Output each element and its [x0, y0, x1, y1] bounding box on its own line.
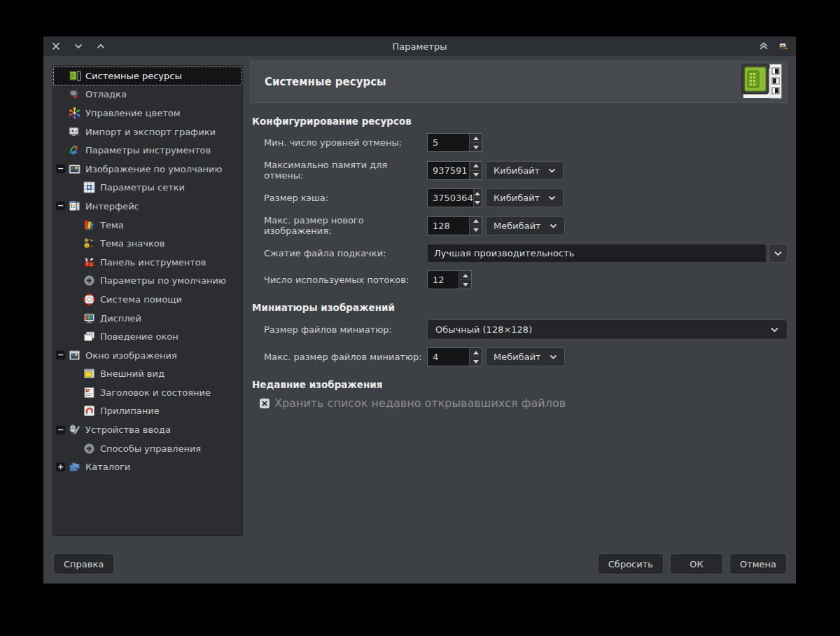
- field-max-new-image-size: Макс. размер нового изображения: 128 Меб…: [264, 215, 788, 236]
- sidebar-item-label: Панель инструментов: [100, 257, 206, 268]
- sidebar-item-label: Устройства ввода: [85, 424, 171, 435]
- spin-value[interactable]: 5: [428, 134, 469, 151]
- sidebar-item-image-window[interactable]: −Окно изображения: [53, 346, 242, 365]
- chevron-down-icon: [770, 327, 779, 333]
- field-keep-recent-list: Хранить список недавно открывавшихся фай…: [260, 396, 788, 410]
- sidebar-item-label: Параметры по умолчанию: [100, 275, 226, 286]
- spin-down-icon[interactable]: [470, 226, 482, 235]
- spin-down-icon[interactable]: [459, 279, 471, 289]
- controllers-icon: [83, 442, 95, 455]
- spin-up-icon[interactable]: [470, 134, 482, 142]
- spin-up-icon[interactable]: [470, 348, 482, 357]
- checkbox-label: Хранить список недавно открывавшихся фай…: [274, 396, 566, 410]
- swap-compression-combobox[interactable]: Лучшая производительность: [427, 244, 766, 263]
- sidebar-item-toolbox[interactable]: Панель инструментов: [53, 253, 242, 272]
- sidebar-item-label: Тема значков: [100, 238, 164, 249]
- spin-down-icon[interactable]: [470, 170, 482, 179]
- cache-size-unit-dropdown[interactable]: Кибибайт: [486, 188, 564, 207]
- appearance-icon: [83, 368, 95, 380]
- unmaximize-icon[interactable]: [73, 41, 84, 52]
- sidebar-item-dialog-defaults[interactable]: Параметры по умолчанию: [53, 272, 242, 291]
- max-new-image-spinbutton[interactable]: 128: [427, 216, 482, 235]
- spin-down-icon[interactable]: [470, 357, 482, 366]
- cache-size-spinbutton[interactable]: 3750364: [427, 188, 482, 207]
- spin-value[interactable]: 4: [428, 348, 469, 366]
- swap-compression-dropdown-button[interactable]: [769, 244, 788, 263]
- max-undo-memory-spinbutton[interactable]: 937591: [427, 161, 482, 180]
- sidebar-item-image-import-export[interactable]: Импорт и экспорт графики: [53, 123, 242, 141]
- sidebar-item-color-management[interactable]: Управление цветом: [53, 104, 242, 123]
- spin-up-icon[interactable]: [470, 217, 482, 226]
- sidebar-item-tool-options[interactable]: Параметры инструментов: [53, 141, 242, 160]
- sidebar-item-interface[interactable]: −Интерфейс: [53, 197, 242, 216]
- spin-up-icon[interactable]: [470, 162, 482, 170]
- cancel-button[interactable]: Отмена: [729, 553, 787, 574]
- page-header: Системные ресурсы: [250, 61, 788, 103]
- spin-value[interactable]: 3750364: [428, 189, 473, 207]
- close-icon[interactable]: [50, 41, 62, 52]
- spin-value[interactable]: 128: [428, 217, 469, 235]
- sidebar-item-appearance[interactable]: Внешний вид: [53, 365, 242, 384]
- sidebar-item-default-image[interactable]: −Изображение по умолчанию: [53, 160, 242, 179]
- spin-down-icon[interactable]: [470, 142, 482, 151]
- spin-up-icon[interactable]: [459, 271, 471, 279]
- sidebar-item-theme[interactable]: Тема: [53, 216, 242, 235]
- input-devices-icon: [68, 424, 80, 436]
- sidebar-item-window-management[interactable]: Поведение окон: [53, 327, 242, 346]
- spin-up-icon[interactable]: [474, 189, 482, 198]
- spin-down-icon[interactable]: [474, 198, 482, 207]
- section-resource-configuration: Конфигурирование ресурсов: [252, 116, 788, 127]
- field-cache-size: Размер кэша: 3750364 Кибибайт: [264, 188, 788, 207]
- shade-icon[interactable]: [758, 41, 769, 52]
- sidebar-item-help-system[interactable]: Система помощи: [53, 290, 242, 309]
- field-label: Макс. размер файлов миниатюр:: [264, 352, 427, 362]
- grid-icon: [83, 181, 95, 194]
- expand-icon[interactable]: +: [56, 462, 65, 471]
- sidebar-item-label: Прилипание: [100, 406, 160, 416]
- thumbnail-size-dropdown[interactable]: Обычный (128×128): [427, 319, 788, 340]
- spin-value[interactable]: 937591: [428, 162, 469, 179]
- thumbnail-max-filesize-unit-dropdown[interactable]: Мебибайт: [486, 347, 565, 366]
- ok-button[interactable]: ОК: [670, 553, 723, 574]
- sidebar-item-input-devices[interactable]: −Устройства ввода: [53, 420, 242, 439]
- unit-label: Кибибайт: [493, 165, 540, 176]
- toolbox-icon: [83, 256, 95, 268]
- sidebar-item-display[interactable]: Дисплей: [53, 309, 242, 328]
- folders-icon: [68, 461, 80, 473]
- chevron-down-icon: [550, 354, 557, 359]
- sidebar-item-folders[interactable]: +Каталоги: [53, 457, 242, 476]
- sidebar-item-default-grid[interactable]: Параметры сетки: [53, 179, 242, 198]
- collapse-icon[interactable]: −: [56, 165, 65, 174]
- collapse-icon[interactable]: −: [56, 202, 65, 211]
- field-swap-compression: Сжатие файла подкачки: Лучшая производит…: [264, 244, 788, 263]
- display-icon: [83, 312, 95, 324]
- sidebar-item-system-resources[interactable]: Системные ресурсы: [53, 67, 242, 85]
- min-undo-spinbutton[interactable]: 5: [427, 133, 482, 152]
- sidebar-item-input-controllers[interactable]: Способы управления: [53, 439, 242, 458]
- sidebar-item-icon-theme[interactable]: Тема значков: [53, 234, 242, 253]
- help-button[interactable]: Справка: [53, 553, 114, 574]
- sidebar-item-debugging[interactable]: Отладка: [53, 85, 242, 104]
- collapse-icon[interactable]: −: [56, 425, 65, 434]
- maximize-icon[interactable]: [95, 41, 106, 52]
- sidebar-item-title-status[interactable]: Заголовок и состояние: [53, 383, 242, 402]
- reset-button[interactable]: Сбросить: [598, 553, 664, 574]
- main-panel: Системные ресурсы: [250, 61, 788, 410]
- thumbnail-max-filesize-spinbutton[interactable]: 4: [427, 347, 482, 366]
- sidebar-item-label: Системные ресурсы: [85, 71, 182, 81]
- field-label: Мин. число уровней отмены:: [264, 137, 427, 148]
- collapse-icon[interactable]: −: [56, 351, 65, 360]
- title-status-icon: [83, 386, 95, 399]
- unit-label: Кибибайт: [493, 193, 540, 203]
- keep-recent-checkbox[interactable]: [260, 399, 270, 408]
- spin-value[interactable]: 12: [428, 271, 458, 289]
- import-export-icon: [68, 125, 80, 138]
- interface-icon: [68, 200, 80, 212]
- max-new-image-unit-dropdown[interactable]: Мебибайт: [486, 216, 565, 235]
- unit-label: Мебибайт: [493, 352, 541, 362]
- max-undo-memory-unit-dropdown[interactable]: Кибибайт: [486, 161, 564, 180]
- num-threads-spinbutton[interactable]: 12: [427, 270, 472, 289]
- window-management-icon: [83, 331, 95, 343]
- sidebar-item-snapping[interactable]: Прилипание: [53, 402, 242, 421]
- controllers-icon: [83, 275, 95, 287]
